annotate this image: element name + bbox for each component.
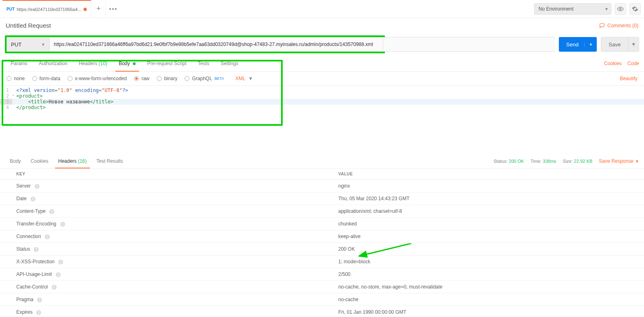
header-key: Server i: [0, 180, 322, 192]
beautify-link[interactable]: Beautify: [620, 76, 637, 81]
top-bar-right: No Environment: [534, 3, 641, 15]
response-tabs-row: Body Cookies Headers (16) Test Results S…: [0, 154, 644, 168]
header-value: no-cache: [322, 293, 644, 306]
header-key: Transfer-Encoding i: [0, 218, 322, 230]
time-meta: Time: 338ms: [530, 159, 556, 164]
info-icon: i: [37, 297, 42, 302]
table-row: Content-Type iapplication/xml; charset=u…: [0, 205, 644, 218]
annotation-box-body: [2, 60, 283, 126]
info-icon: i: [49, 209, 54, 214]
header-key: Date i: [0, 192, 322, 205]
resp-tab-body[interactable]: Body: [5, 154, 26, 168]
col-key: KEY: [0, 168, 322, 180]
table-row: API-Usage-Limit i2/500: [0, 268, 644, 281]
table-row: Date iThu, 05 Mar 2020 14:43:23 GMT: [0, 192, 644, 205]
table-row: Connection ikeep-alive: [0, 230, 644, 243]
response-meta: Status: 200 OK Time: 338ms Size: 22.92 K…: [494, 158, 639, 164]
header-key: Status i: [0, 243, 322, 256]
chevron-down-icon[interactable]: ▼: [584, 42, 593, 47]
environment-settings-button[interactable]: [629, 3, 641, 15]
header-key: Expires i: [0, 306, 322, 317]
header-key: Cache-Control i: [0, 281, 322, 293]
environment-preview-button[interactable]: [615, 3, 626, 15]
body-editor-wrap: 1 <?xml version="1.0" encoding="UTF-8"?>…: [0, 86, 644, 126]
environment-select[interactable]: No Environment: [534, 3, 611, 15]
save-button[interactable]: Save: [601, 37, 629, 52]
chevron-down-icon: ▼: [41, 42, 45, 47]
subtab-links: Cookies Code: [604, 61, 639, 66]
table-row: Pragma ino-cache: [0, 293, 644, 306]
unsaved-dot-icon: [84, 8, 87, 11]
tab-more-button[interactable]: •••: [106, 2, 121, 16]
info-icon: i: [45, 234, 50, 239]
size-meta: Size: 22.92 KB: [563, 159, 593, 164]
header-key: Pragma i: [0, 293, 322, 306]
save-label: Save: [609, 42, 621, 48]
gear-icon: [632, 6, 638, 12]
table-row: X-XSS-Protection i1; mode=block: [0, 256, 644, 268]
table-row: Expires iFri, 01 Jan 1990 00:00:00 GMT: [0, 306, 644, 317]
info-icon: i: [35, 184, 40, 189]
info-icon: i: [60, 222, 65, 227]
send-label: Send: [566, 42, 578, 48]
header-key: API-Usage-Limit i: [0, 268, 322, 281]
info-icon: i: [34, 247, 39, 252]
header-value: keep-alive: [322, 230, 644, 243]
header-value: Fri, 01 Jan 1990 00:00:00 GMT: [322, 306, 644, 317]
table-row: Transfer-Encoding ichunked: [0, 218, 644, 230]
comments-button[interactable]: Comments (0): [599, 23, 638, 28]
table-row: Server inginx: [0, 180, 644, 192]
save-response-button[interactable]: Save Response▼: [599, 158, 639, 164]
header-key: Connection i: [0, 230, 322, 243]
header-value: 2/500: [322, 268, 644, 281]
col-value: VALUE: [322, 168, 644, 180]
comment-icon: [599, 23, 605, 28]
request-title: Untitled Request: [6, 22, 51, 29]
top-bar: PUT https://ea0247110ed371866a4... + •••…: [0, 0, 644, 18]
environment-label: No Environment: [538, 6, 574, 12]
header-value: application/xml; charset=utf-8: [322, 205, 644, 218]
resp-tab-headers[interactable]: Headers (16): [53, 154, 92, 168]
tab-method: PUT: [7, 7, 15, 11]
request-tabs: PUT https://ea0247110ed371866a4... + •••: [0, 0, 121, 18]
response-tabs: Body Cookies Headers (16) Test Results: [5, 154, 128, 168]
header-value: Thu, 05 Mar 2020 14:43:23 GMT: [322, 192, 644, 205]
header-value: chunked: [322, 218, 644, 230]
new-tab-button[interactable]: +: [91, 2, 106, 16]
url-input[interactable]: [49, 37, 383, 52]
comments-label: Comments (0): [607, 23, 638, 28]
method-value: PUT: [11, 42, 22, 48]
code-link[interactable]: Code: [627, 61, 639, 66]
info-icon: i: [36, 310, 41, 315]
header-key: X-XSS-Protection i: [0, 256, 322, 268]
info-icon: i: [56, 272, 61, 277]
method-select[interactable]: PUT ▼: [7, 37, 49, 52]
info-icon: i: [31, 197, 35, 201]
response-headers-table: KEY VALUE Server inginxDate iThu, 05 Mar…: [0, 168, 644, 317]
eye-icon: [617, 6, 624, 12]
info-icon: i: [52, 285, 57, 290]
resp-tab-cookies[interactable]: Cookies: [26, 154, 53, 168]
request-header: Untitled Request Comments (0): [0, 18, 644, 33]
save-dropdown-button[interactable]: ▼: [629, 37, 639, 52]
header-value: 200 OK: [322, 243, 644, 256]
svg-point-0: [620, 8, 621, 10]
resp-headers-count: (16): [78, 158, 86, 164]
tab-label: https://ea0247110ed371866a4...: [17, 7, 81, 12]
table-row: Cache-Control ino-cache, no-store, max-a…: [0, 281, 644, 293]
header-value: 1; mode=block: [322, 256, 644, 268]
info-icon: i: [58, 260, 63, 265]
status-meta: Status: 200 OK: [494, 159, 524, 164]
url-input-ext[interactable]: [383, 37, 555, 52]
cookies-link[interactable]: Cookies: [604, 61, 622, 66]
annotation-box-url: PUT ▼: [5, 35, 385, 53]
request-tab[interactable]: PUT https://ea0247110ed371866a4...: [2, 0, 91, 18]
header-key: Content-Type i: [0, 205, 322, 218]
url-row: PUT ▼ Send ▼ Save ▼: [0, 33, 644, 56]
send-button[interactable]: Send ▼: [559, 37, 597, 52]
resp-tab-test-results[interactable]: Test Results: [92, 154, 128, 168]
table-row: Status i200 OK: [0, 243, 644, 256]
header-value: no-cache, no-store, max-age=0, must-reva…: [322, 281, 644, 293]
resp-tab-headers-label: Headers: [58, 158, 77, 164]
header-value: nginx: [322, 180, 644, 192]
